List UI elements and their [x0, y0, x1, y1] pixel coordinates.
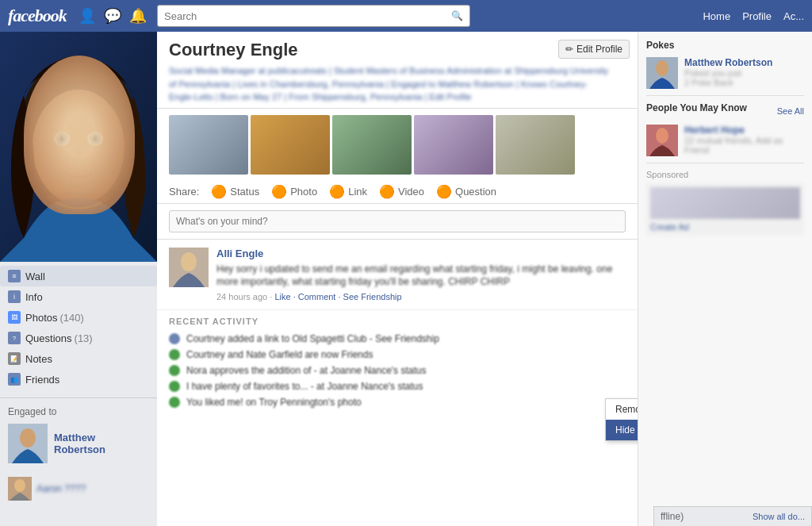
- wall-icon: ≡: [8, 270, 21, 282]
- nav-account[interactable]: Ac...: [783, 10, 804, 22]
- link-icon: 🟠: [329, 184, 345, 199]
- video-icon: 🟠: [379, 184, 395, 199]
- friends-icon: 👥: [8, 373, 21, 386]
- chat-status: ffline): [661, 511, 684, 522]
- wall-post: Alli Engle Hey sorry i updated to send m…: [157, 240, 638, 311]
- activity-item-2: Nora approves the addition of - at Joann…: [169, 363, 626, 378]
- svg-point-11: [47, 192, 110, 205]
- activity-icon-4: [169, 397, 180, 408]
- sidebar-friend-item[interactable]: Aaron ????: [0, 474, 157, 504]
- status-btn[interactable]: 🟠 Status: [211, 184, 259, 199]
- context-remove-post[interactable]: Remove Post...: [606, 399, 638, 420]
- nav-profile[interactable]: Profile: [742, 10, 772, 22]
- activity-icon-1: [169, 349, 180, 360]
- profile-name: Courtney Engle: [169, 40, 626, 60]
- see-all-link[interactable]: See All: [777, 106, 804, 116]
- post-actions[interactable]: Like · Comment · See Friendship: [274, 292, 401, 301]
- profile-header: Courtney Engle Social Media Manager at p…: [157, 32, 638, 109]
- svg-point-15: [14, 479, 25, 492]
- right-sidebar: Pokes Matthew Robertson Poked you just 2…: [638, 32, 812, 526]
- engaged-person: Matthew Robertson: [8, 424, 149, 463]
- status-icon: 🟠: [211, 184, 227, 199]
- question-btn[interactable]: 🟠 Question: [436, 184, 496, 199]
- photos-icon: 🖼: [8, 311, 21, 324]
- profile-photo: [0, 32, 157, 262]
- friend-photo-small: [8, 477, 32, 501]
- svg-point-6: [60, 137, 63, 141]
- svg-point-21: [656, 60, 668, 76]
- rs-divider: [646, 95, 804, 96]
- wall-text-input[interactable]: [169, 210, 626, 232]
- sidebar-item-friends[interactable]: 👥 Friends: [0, 369, 157, 390]
- video-btn[interactable]: 🟠 Video: [379, 184, 424, 199]
- question-icon: 🟠: [436, 184, 452, 199]
- photo-strip: [157, 109, 638, 180]
- svg-point-7: [87, 132, 103, 146]
- activity-item-1: Courtney and Nate Garfield are now Frien…: [169, 347, 626, 363]
- edit-icon: ✏: [565, 44, 573, 55]
- activity-icon-2: [169, 365, 180, 376]
- show-all-link[interactable]: Show all do...: [753, 512, 805, 521]
- rs-divider-2: [646, 163, 804, 163]
- rs-know-person: Herbert Hope 22 mutual friends, Add as F…: [646, 125, 804, 156]
- svg-point-5: [59, 135, 65, 143]
- activity-item-3: I have plenty of favorites to... - at Jo…: [169, 378, 626, 394]
- photo-thumb-3[interactable]: [332, 115, 412, 175]
- rs-section-know: People You May Know See All Herbert Hope…: [646, 102, 804, 156]
- context-menu: × Remove Post... Hide all comment activi…: [605, 398, 638, 441]
- rs-friend-photo[interactable]: [646, 57, 678, 89]
- engaged-name[interactable]: Matthew Robertson: [54, 432, 149, 455]
- sidebar-item-notes[interactable]: 📝 Notes: [0, 348, 157, 369]
- sidebar-item-wall[interactable]: ≡ Wall: [0, 266, 157, 286]
- search-input[interactable]: [164, 10, 451, 22]
- edit-profile-button[interactable]: ✏ Edit Profile: [558, 40, 630, 59]
- svg-point-13: [20, 428, 36, 447]
- svg-point-8: [90, 132, 101, 145]
- post-content: Alli Engle Hey sorry i updated to send m…: [216, 248, 626, 302]
- share-label: Share:: [169, 186, 199, 198]
- nav-home[interactable]: Home: [703, 10, 730, 22]
- recent-activity-section: RECENT ACTIVITY Courtney added a link to…: [157, 310, 638, 417]
- sidebar-nav: ≡ Wall i Info 🖼 Photos (140) ? Questions…: [0, 262, 157, 394]
- photo-thumb-4[interactable]: [414, 115, 493, 175]
- activity-icon-0: [169, 333, 180, 344]
- sidebar-item-questions[interactable]: ? Questions (13): [0, 328, 157, 348]
- svg-point-17: [181, 252, 197, 271]
- svg-point-1: [19, 56, 138, 214]
- wall-input-area: [157, 204, 638, 240]
- photo-thumb-2[interactable]: [251, 115, 330, 175]
- search-bar: 🔍: [157, 5, 470, 27]
- recent-activity-header: RECENT ACTIVITY: [169, 317, 626, 326]
- sidebar-item-photos[interactable]: 🖼 Photos (140): [0, 307, 157, 328]
- rs-know-photo[interactable]: [646, 125, 678, 156]
- post-text: Hey sorry i updated to send me an email …: [216, 263, 626, 290]
- facebook-logo[interactable]: facebook: [8, 6, 67, 26]
- search-icon[interactable]: 🔍: [451, 10, 463, 21]
- activity-item-4: You liked me! on Troy Pennington's photo: [169, 394, 626, 410]
- questions-icon: ?: [8, 332, 21, 344]
- photo-btn[interactable]: 🟠 Photo: [271, 184, 317, 199]
- sidebar-item-info[interactable]: i Info: [0, 286, 157, 307]
- info-icon: i: [8, 290, 21, 303]
- chat-nav-icon[interactable]: 💬: [104, 7, 121, 25]
- rs-friend-item: Matthew Robertson Poked you just 2 Poke …: [646, 57, 804, 89]
- svg-point-3: [54, 132, 70, 146]
- engaged-photo[interactable]: [8, 424, 48, 463]
- context-hide-activity[interactable]: Hide all comment activity...: [606, 420, 638, 440]
- post-meta: 24 hours ago · Like · Comment · See Frie…: [216, 292, 626, 301]
- svg-point-10: [94, 137, 97, 141]
- notification-nav-icon[interactable]: 🔔: [129, 7, 147, 25]
- chat-bar: ffline) Show all do...: [653, 506, 812, 526]
- engaged-section: Engaged to Matthew Robertson: [0, 397, 157, 467]
- svg-point-4: [56, 132, 67, 145]
- rs-ad-block: Create Ad: [646, 183, 804, 236]
- photo-thumb-1[interactable]: [169, 115, 248, 175]
- activity-item-0: Courtney added a link to Old Spagetti Cl…: [169, 331, 626, 347]
- action-bar: Share: 🟠 Status 🟠 Photo 🟠 Link 🟠 Video 🟠…: [157, 180, 638, 204]
- photo-thumb-5[interactable]: [496, 115, 575, 175]
- rs-sponsored-section: Sponsored Create Ad: [646, 170, 804, 236]
- post-avatar[interactable]: [169, 248, 209, 287]
- post-author[interactable]: Alli Engle: [216, 248, 626, 259]
- people-nav-icon[interactable]: 👤: [79, 7, 96, 25]
- link-btn[interactable]: 🟠 Link: [329, 184, 367, 199]
